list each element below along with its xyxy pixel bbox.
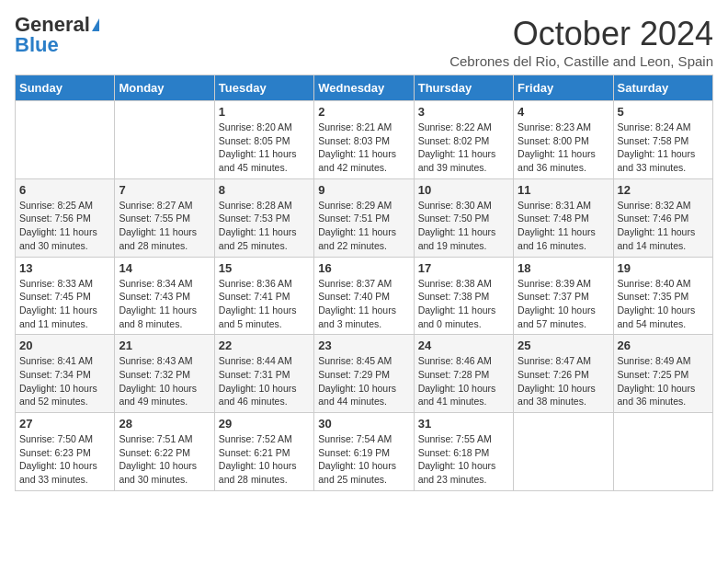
week-row: 1Sunrise: 8:20 AM Sunset: 8:05 PM Daylig… xyxy=(16,101,713,179)
cell-info: Sunrise: 8:28 AM Sunset: 7:53 PM Dayligh… xyxy=(219,199,310,253)
day-number: 12 xyxy=(618,183,709,197)
calendar-cell: 13Sunrise: 8:33 AM Sunset: 7:45 PM Dayli… xyxy=(16,257,115,335)
day-number: 29 xyxy=(219,417,310,431)
cell-info: Sunrise: 8:34 AM Sunset: 7:43 PM Dayligh… xyxy=(119,277,210,331)
day-number: 17 xyxy=(418,261,509,275)
cell-info: Sunrise: 8:21 AM Sunset: 8:03 PM Dayligh… xyxy=(318,121,409,175)
calendar-cell: 12Sunrise: 8:32 AM Sunset: 7:46 PM Dayli… xyxy=(613,178,712,257)
col-header-friday: Friday xyxy=(514,75,613,101)
day-number: 16 xyxy=(318,261,409,275)
calendar-cell: 25Sunrise: 8:47 AM Sunset: 7:26 PM Dayli… xyxy=(514,335,613,413)
calendar-cell: 2Sunrise: 8:21 AM Sunset: 8:03 PM Daylig… xyxy=(314,101,414,179)
day-number: 21 xyxy=(119,339,210,352)
cell-info: Sunrise: 8:32 AM Sunset: 7:46 PM Dayligh… xyxy=(618,199,709,253)
cell-info: Sunrise: 8:37 AM Sunset: 7:40 PM Dayligh… xyxy=(318,277,409,331)
calendar-cell: 8Sunrise: 8:28 AM Sunset: 7:53 PM Daylig… xyxy=(214,178,313,257)
page-header: General Blue October 2024 Cebrones del R… xyxy=(15,15,713,69)
calendar-cell: 16Sunrise: 8:37 AM Sunset: 7:40 PM Dayli… xyxy=(314,257,414,335)
day-number: 23 xyxy=(318,339,409,352)
calendar-cell: 14Sunrise: 8:34 AM Sunset: 7:43 PM Dayli… xyxy=(115,257,214,335)
week-row: 27Sunrise: 7:50 AM Sunset: 6:23 PM Dayli… xyxy=(16,413,713,491)
week-row: 20Sunrise: 8:41 AM Sunset: 7:34 PM Dayli… xyxy=(16,335,713,413)
cell-info: Sunrise: 8:44 AM Sunset: 7:31 PM Dayligh… xyxy=(219,354,310,408)
day-number: 19 xyxy=(618,261,709,275)
cell-info: Sunrise: 7:55 AM Sunset: 6:18 PM Dayligh… xyxy=(418,432,509,487)
calendar-cell: 6Sunrise: 8:25 AM Sunset: 7:56 PM Daylig… xyxy=(16,178,115,257)
calendar-cell xyxy=(16,101,115,179)
cell-info: Sunrise: 8:39 AM Sunset: 7:37 PM Dayligh… xyxy=(518,277,609,331)
cell-info: Sunrise: 8:30 AM Sunset: 7:50 PM Dayligh… xyxy=(418,199,509,253)
day-number: 2 xyxy=(318,105,409,119)
calendar-cell: 9Sunrise: 8:29 AM Sunset: 7:51 PM Daylig… xyxy=(314,178,414,257)
cell-info: Sunrise: 8:23 AM Sunset: 8:00 PM Dayligh… xyxy=(518,121,609,175)
calendar-cell: 27Sunrise: 7:50 AM Sunset: 6:23 PM Dayli… xyxy=(16,413,115,491)
location-text: Cebrones del Rio, Castille and Leon, Spa… xyxy=(449,53,713,69)
calendar-cell: 31Sunrise: 7:55 AM Sunset: 6:18 PM Dayli… xyxy=(414,413,513,491)
day-number: 30 xyxy=(318,417,409,431)
day-number: 4 xyxy=(518,105,609,119)
calendar-cell: 21Sunrise: 8:43 AM Sunset: 7:32 PM Dayli… xyxy=(115,335,214,413)
calendar-cell: 20Sunrise: 8:41 AM Sunset: 7:34 PM Dayli… xyxy=(16,335,115,413)
day-number: 28 xyxy=(119,417,210,431)
day-number: 31 xyxy=(418,417,509,431)
cell-info: Sunrise: 8:31 AM Sunset: 7:48 PM Dayligh… xyxy=(518,199,609,253)
logo: General Blue xyxy=(15,15,99,55)
calendar-cell: 30Sunrise: 7:54 AM Sunset: 6:19 PM Dayli… xyxy=(314,413,414,491)
week-row: 13Sunrise: 8:33 AM Sunset: 7:45 PM Dayli… xyxy=(16,257,713,335)
cell-info: Sunrise: 8:25 AM Sunset: 7:56 PM Dayligh… xyxy=(19,199,110,253)
calendar-table: SundayMondayTuesdayWednesdayThursdayFrid… xyxy=(15,75,713,491)
day-number: 7 xyxy=(119,183,210,197)
cell-info: Sunrise: 8:24 AM Sunset: 7:58 PM Dayligh… xyxy=(618,121,709,175)
col-header-tuesday: Tuesday xyxy=(214,75,313,101)
logo-triangle-icon xyxy=(92,18,99,31)
day-number: 20 xyxy=(19,339,110,352)
day-number: 6 xyxy=(19,183,110,197)
day-number: 10 xyxy=(418,183,509,197)
calendar-cell: 19Sunrise: 8:40 AM Sunset: 7:35 PM Dayli… xyxy=(613,257,712,335)
cell-info: Sunrise: 8:45 AM Sunset: 7:29 PM Dayligh… xyxy=(318,354,409,408)
calendar-cell: 29Sunrise: 7:52 AM Sunset: 6:21 PM Dayli… xyxy=(214,413,313,491)
col-header-wednesday: Wednesday xyxy=(314,75,414,101)
logo-blue-text: Blue xyxy=(15,35,99,55)
cell-info: Sunrise: 8:49 AM Sunset: 7:25 PM Dayligh… xyxy=(618,354,709,408)
logo-general-text: General xyxy=(15,15,90,35)
week-row: 6Sunrise: 8:25 AM Sunset: 7:56 PM Daylig… xyxy=(16,178,713,257)
day-number: 9 xyxy=(318,183,409,197)
cell-info: Sunrise: 8:46 AM Sunset: 7:28 PM Dayligh… xyxy=(418,354,509,408)
cell-info: Sunrise: 8:43 AM Sunset: 7:32 PM Dayligh… xyxy=(119,354,210,408)
cell-info: Sunrise: 8:20 AM Sunset: 8:05 PM Dayligh… xyxy=(219,121,310,175)
cell-info: Sunrise: 7:50 AM Sunset: 6:23 PM Dayligh… xyxy=(19,432,110,487)
day-number: 13 xyxy=(19,261,110,275)
day-number: 18 xyxy=(518,261,609,275)
calendar-cell: 11Sunrise: 8:31 AM Sunset: 7:48 PM Dayli… xyxy=(514,178,613,257)
cell-info: Sunrise: 7:52 AM Sunset: 6:21 PM Dayligh… xyxy=(219,432,310,487)
cell-info: Sunrise: 8:22 AM Sunset: 8:02 PM Dayligh… xyxy=(418,121,509,175)
day-number: 24 xyxy=(418,339,509,352)
calendar-cell: 24Sunrise: 8:46 AM Sunset: 7:28 PM Dayli… xyxy=(414,335,513,413)
cell-info: Sunrise: 8:27 AM Sunset: 7:55 PM Dayligh… xyxy=(119,199,210,253)
calendar-cell: 26Sunrise: 8:49 AM Sunset: 7:25 PM Dayli… xyxy=(613,335,712,413)
day-number: 3 xyxy=(418,105,509,119)
cell-info: Sunrise: 8:36 AM Sunset: 7:41 PM Dayligh… xyxy=(219,277,310,331)
header-row: SundayMondayTuesdayWednesdayThursdayFrid… xyxy=(16,75,713,101)
day-number: 26 xyxy=(618,339,709,352)
calendar-cell: 18Sunrise: 8:39 AM Sunset: 7:37 PM Dayli… xyxy=(514,257,613,335)
day-number: 22 xyxy=(219,339,310,352)
calendar-cell: 4Sunrise: 8:23 AM Sunset: 8:00 PM Daylig… xyxy=(514,101,613,179)
calendar-cell: 1Sunrise: 8:20 AM Sunset: 8:05 PM Daylig… xyxy=(214,101,313,179)
cell-info: Sunrise: 7:51 AM Sunset: 6:22 PM Dayligh… xyxy=(119,432,210,487)
calendar-cell: 10Sunrise: 8:30 AM Sunset: 7:50 PM Dayli… xyxy=(414,178,513,257)
col-header-thursday: Thursday xyxy=(414,75,513,101)
calendar-cell: 3Sunrise: 8:22 AM Sunset: 8:02 PM Daylig… xyxy=(414,101,513,179)
col-header-sunday: Sunday xyxy=(16,75,115,101)
calendar-cell: 23Sunrise: 8:45 AM Sunset: 7:29 PM Dayli… xyxy=(314,335,414,413)
cell-info: Sunrise: 8:29 AM Sunset: 7:51 PM Dayligh… xyxy=(318,199,409,253)
cell-info: Sunrise: 8:38 AM Sunset: 7:38 PM Dayligh… xyxy=(418,277,509,331)
cell-info: Sunrise: 8:40 AM Sunset: 7:35 PM Dayligh… xyxy=(618,277,709,331)
calendar-cell: 28Sunrise: 7:51 AM Sunset: 6:22 PM Dayli… xyxy=(115,413,214,491)
day-number: 8 xyxy=(219,183,310,197)
day-number: 27 xyxy=(19,417,110,431)
day-number: 1 xyxy=(219,105,310,119)
day-number: 11 xyxy=(518,183,609,197)
day-number: 14 xyxy=(119,261,210,275)
